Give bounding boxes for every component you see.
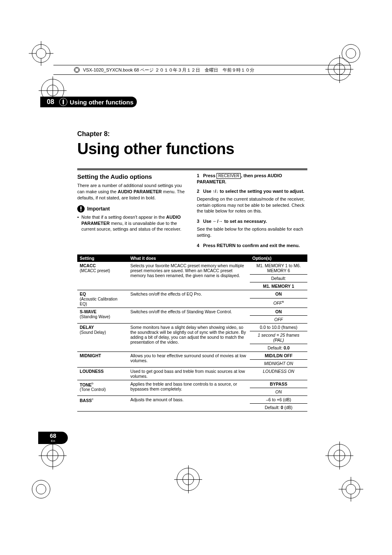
desc-cell: Switches on/off the effects of Standing … [128,308,250,323]
left-column: Setting the Audio options There are a nu… [77,173,188,250]
crosshair-icon [328,444,351,467]
desc-cell: Some monitors have a slight delay when s… [128,323,250,352]
step-2: 2 Use ↑/↓ to select the setting you want… [197,188,307,194]
option-cell: OFF [250,315,307,323]
setting-cell: MIDNIGHT [77,352,128,367]
step-4: 4 Press RETURN to confirm and exit the m… [197,243,307,249]
important-callout: Important [77,205,188,213]
important-label: Important [87,206,110,212]
option-cell: 0.0 to 10.0 (frames) [250,323,307,331]
option-cell: Default: [250,274,307,282]
section-number: 08 [47,98,54,106]
table-row: LOUDNESSUsed to get good bass and treble… [77,367,307,380]
title-rule [77,169,307,170]
right-column: 1 Press RECEIVER, then press AUDIO PARAM… [197,173,307,250]
crosshair-icon [177,468,200,491]
table-row: S-WAVE(Standing Wave)Switches on/off the… [77,308,307,315]
setting-cell: S-WAVE(Standing Wave) [77,308,128,323]
table-row: BASScAdjusts the amount of bass.–6 to +6… [77,395,307,403]
table-row: DELAY(Sound Delay)Some monitors have a s… [77,323,307,331]
setting-cell: BASSc [77,395,128,411]
svg-point-11 [346,484,356,494]
receiver-button-label: RECEIVER [217,173,241,179]
table-row: MCACC(MCACC preset)Selects your favorite… [77,262,307,275]
option-cell: 1 second = 25 frames (PAL) [250,331,307,344]
source-file-text: VSX-1020_SYXCN.book 68 ページ ２０１０年３月１２日 金曜… [83,67,254,73]
important-bullet: Note that if a setting doesn't appear in… [77,214,188,233]
section-title: Using other functions [70,99,134,106]
registration-mark-icon [29,477,53,502]
option-cell: ON [250,290,307,298]
setting-cell: EQ(Acoustic Calibration EQ) [77,290,128,308]
option-cell: BYPASS [250,380,307,388]
desc-cell: Applies the treble and bass tone control… [128,380,250,395]
svg-point-7 [346,49,356,58]
option-cell: MIDNIGHT ON [250,359,307,367]
col-options: Option(s) [250,254,307,262]
table-row: EQ(Acoustic Calibration EQ)Switches on/o… [77,290,307,298]
desc-cell: Switches on/off the effects of EQ Pro. [128,290,250,308]
col-what: What it does [128,254,250,262]
svg-point-8 [32,480,50,498]
tab-divider-icon [59,98,67,106]
option-cell: LOUDNESS ON [250,367,307,380]
chapter-label: Chapter 8: [77,130,307,138]
svg-point-9 [36,484,46,494]
col-setting: Setting [77,254,128,262]
page-lang: En [51,439,55,443]
setting-cell: LOUDNESS [77,367,128,380]
option-cell: ON [250,388,307,395]
setting-cell: MCACC(MCACC preset) [77,262,128,290]
subsection-heading: Setting the Audio options [77,173,188,181]
svg-point-1 [36,49,46,58]
book-mark-icon [74,67,80,73]
option-cell: M1. MEMORY 1 to M6. MEMORY 6 [250,262,307,275]
setting-cell: TONEb(Tone Control) [77,380,128,395]
option-cell: ON [250,308,307,315]
option-cell: M1. MEMORY 1 [250,282,307,290]
step-1: 1 Press RECEIVER, then press AUDIO PARAM… [197,173,307,185]
option-cell: OFFa [250,298,307,308]
page-number: 68 [50,433,56,439]
section-tab: 08 Using other functions [40,97,137,107]
step-3-note: See the table below for the options avai… [197,226,307,238]
registration-mark-icon [339,477,363,502]
option-cell: Default: 0 (dB) [250,403,307,411]
crosshair-icon [41,444,64,467]
step-2-note: Depending on the current status/mode of … [197,196,307,215]
step-3: 3 Use ←/→ to set as necessary. [197,218,307,224]
option-cell: –6 to +6 (dB) [250,395,307,403]
desc-cell: Used to get good bass and treble from mu… [128,367,250,380]
setting-cell: DELAY(Sound Delay) [77,323,128,352]
option-cell: Default: 0.0 [250,344,307,352]
desc-cell: Selects your favorite MCACC preset memor… [128,262,250,290]
registration-mark-icon [29,41,53,66]
page-number-badge: 68 En [38,432,68,444]
intro-paragraph: There are a number of additional sound s… [77,183,188,201]
desc-cell: Allows you to hear effective surround so… [128,352,250,367]
desc-cell: Adjusts the amount of bass. [128,395,250,411]
page-title: Using other functions [77,140,307,158]
option-cell: MID/LDN OFF [250,352,307,359]
source-file-bar: VSX-1020_SYXCN.book 68 ページ ２０１０年３月１２日 金曜… [53,65,351,75]
important-icon [77,205,85,213]
table-row: TONEb(Tone Control)Applies the treble an… [77,380,307,388]
settings-table: Setting What it does Option(s) MCACC(MCA… [77,254,307,412]
table-row: MIDNIGHTAllows you to hear effective sur… [77,352,307,359]
